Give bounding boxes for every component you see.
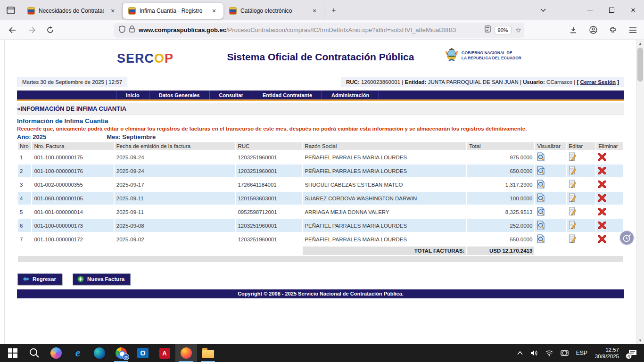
search-icon[interactable] [24,344,45,362]
cell-ruc: 1203251960001 [236,151,302,164]
eliminar-icon[interactable] [598,167,606,175]
tab-close-icon[interactable]: × [209,6,219,16]
eliminar-icon[interactable] [598,208,606,216]
editar-icon[interactable] [569,180,577,189]
extensions-icon[interactable] [605,23,620,38]
visualizar-icon[interactable] [537,207,545,217]
cast-icon[interactable] [557,344,572,362]
nav-item-inicio[interactable]: Inicio [116,90,149,99]
notifications-icon[interactable]: 4 [625,344,644,362]
cell-editar [567,178,595,191]
editar-icon[interactable] [569,221,577,230]
clock[interactable]: 12:57 30/9/2025 [592,344,624,362]
tab-label: Catálogo electrónico [240,8,306,14]
minimize-button[interactable] [579,1,601,20]
tab-catalogo[interactable]: Catálogo electrónico × [223,3,324,19]
session-row: Martes 30 de Septiembre de 2025 | 12:57 … [17,77,624,87]
visualizar-icon[interactable] [537,221,545,230]
tab-close-icon[interactable]: × [310,6,319,16]
zoom-level-chip[interactable]: 90% [495,26,512,34]
total-row-spacer [18,247,302,255]
forward-icon[interactable] [25,23,40,38]
eliminar-icon[interactable] [598,194,606,203]
language-indicator[interactable]: ESP [573,344,591,362]
windows-taskbar: e @ O A ESP 12:57 30/9/2025 [0,344,644,362]
nav-item-datos-generales[interactable]: Datos Generales [149,90,210,99]
wifi-icon[interactable] [542,344,556,362]
session-info-box: RUC: 1260023860001 | Entidad: JUNTA PARR… [341,77,624,87]
cell-eliminar [596,206,623,218]
url-bar[interactable]: www.compraspublicas.gob.ec/ProcesoContra… [114,23,524,38]
scroll-up-icon[interactable]: ▲ [636,40,644,47]
tab-infima-cuantia[interactable]: Infima Cuantía - Registro × [123,3,223,19]
logout-link[interactable]: Cerrar Sesión [580,79,616,85]
eliminar-icon[interactable] [598,181,606,189]
eliminar-icon[interactable] [598,222,606,230]
edge-icon[interactable] [89,344,110,362]
visualizar-icon[interactable] [537,166,545,176]
cell-factura: 001-060-000000105 [32,192,113,205]
floating-timer-widget[interactable] [619,230,635,246]
regresar-button[interactable]: Regresar [17,273,62,285]
year-label: Año: 2025 [17,133,46,140]
editar-icon[interactable] [569,234,577,244]
cell-fecha: 2025-09-17 [115,178,235,191]
new-tab-button[interactable]: + [327,4,340,17]
tracking-shield-icon[interactable] [119,25,125,35]
invoice-row: 4 001-060-000000105 2025-09-11 120159360… [18,192,623,205]
vertical-scrollbar[interactable]: ▲ ▼ [636,40,644,344]
volume-icon[interactable] [527,344,541,362]
editar-icon[interactable] [569,193,577,203]
invoices-table-body: 1 001-100-000000175 2025-09-24 120325196… [18,151,623,246]
tab-close-icon[interactable]: × [108,6,117,16]
cell-eliminar [596,192,623,205]
firefox-view-icon[interactable] [4,3,18,17]
site-footer: Copyright © 2008 - 2025 Servicio Naciona… [17,289,624,298]
tray-chevron-icon[interactable] [514,344,526,362]
government-logo: GOBIERNO NACIONAL DELA REPUBLICA DEL ECU… [445,48,521,64]
cell-eliminar [596,165,623,177]
list-all-tabs-icon[interactable] [536,3,551,18]
visualizar-icon[interactable] [537,193,545,203]
scroll-down-icon[interactable]: ▼ [636,337,644,344]
nav-item-consultar[interactable]: Consultar [210,90,253,99]
bookmark-star-icon[interactable]: ☆ [515,26,521,34]
url-host: www.compraspublicas.gob.ec [139,26,226,33]
scrollbar-thumb[interactable] [637,48,643,82]
chrome-icon[interactable]: @ [110,344,132,362]
internet-explorer-icon[interactable]: e [67,344,89,362]
warning-text: Recuerde que, únicamente podrá editar o … [17,126,624,132]
acrobat-icon[interactable]: A [154,344,175,362]
cell-factura: 001-100-000000172 [32,233,113,246]
outlook-icon[interactable]: O [132,344,154,362]
start-button[interactable] [2,344,24,362]
restore-button[interactable] [601,1,622,20]
downloads-icon[interactable] [566,23,581,38]
reload-icon[interactable] [42,23,58,38]
cell-factura: 001-100-000000173 [32,219,113,232]
col-header-factura: Nro. Factura [32,142,113,150]
editar-icon[interactable] [569,166,577,176]
visualizar-icon[interactable] [537,180,545,189]
back-icon[interactable] [5,23,20,38]
eliminar-icon[interactable] [598,153,606,162]
nav-item-entidad-contratante[interactable]: Entidad Contratante [253,90,322,99]
menu-icon[interactable] [625,23,640,38]
reader-mode-icon[interactable] [485,25,491,34]
lock-icon[interactable] [129,25,135,34]
copilot-icon[interactable] [45,344,67,362]
visualizar-icon[interactable] [537,234,545,244]
url-text[interactable]: www.compraspublicas.gob.ec/ProcesoContra… [139,26,481,33]
nueva-factura-button[interactable]: Nueva Factura [73,273,131,285]
editar-icon[interactable] [569,207,577,217]
tab-necesidades[interactable]: Necesidades de Contratación y × [22,3,123,19]
firefox-icon[interactable] [175,344,197,362]
editar-icon[interactable] [569,152,577,162]
visualizar-icon[interactable] [537,152,545,162]
close-button[interactable]: × [622,1,644,20]
file-explorer-icon[interactable] [197,344,219,362]
eliminar-icon[interactable] [598,235,606,244]
ecuador-crest-favicon [27,7,35,15]
account-icon[interactable] [586,23,601,38]
nav-item-administracion[interactable]: Administración [322,90,379,99]
